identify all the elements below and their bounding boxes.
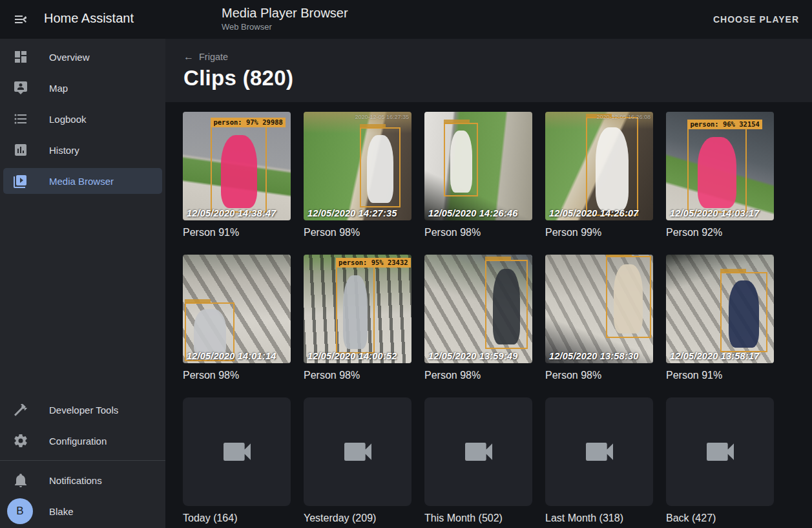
folder-label: This Month (502) <box>424 512 532 525</box>
clip-thumbnail[interactable]: 12/05/2020 13:58:30 <box>545 255 653 363</box>
person-figure <box>450 131 472 193</box>
clip-thumbnail[interactable]: person: 97% 29988 12/05/2020 14:38:47 <box>183 112 291 220</box>
clip-caption: Person 91% <box>183 226 291 239</box>
clip-card[interactable]: 2020-12-05 16:27:35 12/05/2020 14:27:35 … <box>304 112 411 248</box>
detection-label: person: 97% 29988 <box>211 118 285 127</box>
hammer-icon <box>13 402 28 417</box>
clip-caption: Person 98% <box>304 369 411 382</box>
clip-thumbnail[interactable]: 12/05/2020 13:59:49 <box>424 255 532 363</box>
clip-caption: Person 92% <box>666 226 774 239</box>
folder-thumbnail[interactable] <box>304 397 411 506</box>
detection-box <box>606 256 651 339</box>
folder-thumbnail[interactable] <box>545 397 653 506</box>
sidebar-item-map[interactable]: Map <box>0 72 165 103</box>
sidebar-item-label: Notifications <box>49 475 102 486</box>
clip-card[interactable]: 12/05/2020 13:58:17 Person 91% <box>666 255 774 391</box>
detection-label: person: 95% 23432 <box>336 258 410 268</box>
folder-label: Back (427) <box>666 512 774 525</box>
sidebar-item-notifications[interactable]: Notifications <box>0 465 165 496</box>
gear-icon <box>13 433 28 449</box>
clip-card[interactable]: person: 96% 32154 12/05/2020 14:03:17 Pe… <box>666 112 774 248</box>
timestamp-overlay: 12/05/2020 14:00:52 <box>307 351 397 361</box>
page-title: Clips (820) <box>183 66 812 90</box>
detection-box: person: 97% 29988 <box>211 126 267 213</box>
folder-label: Today (164) <box>183 512 291 525</box>
clip-thumbnail[interactable]: 12/05/2020 13:58:17 <box>666 255 774 363</box>
clip-caption: Person 98% <box>304 226 411 239</box>
sidebar-item-developer-tools[interactable]: Developer Tools <box>0 394 165 425</box>
video-camera-icon <box>461 434 497 470</box>
breadcrumb[interactable]: ← Frigate <box>183 52 228 62</box>
sidebar-item-label: Developer Tools <box>49 405 118 416</box>
detection-box <box>360 127 401 207</box>
clip-card[interactable]: 2020-12-05 16:26:08 12/05/2020 14:26:07 … <box>545 112 653 248</box>
sidebar-collapse-icon[interactable] <box>10 9 31 30</box>
clip-thumbnail[interactable]: 2020-12-05 16:27:35 12/05/2020 14:27:35 <box>304 112 411 220</box>
app-bar: Home Assistant Media Player Browser Web … <box>0 0 812 39</box>
sidebar-item-overview[interactable]: Overview <box>0 41 165 72</box>
map-person-icon <box>13 80 28 96</box>
folder-card-this-month[interactable]: This Month (502) <box>424 397 532 528</box>
clip-thumbnail[interactable]: 12/05/2020 14:01:14 <box>183 255 291 363</box>
bell-icon <box>13 472 28 488</box>
clip-thumbnail[interactable]: 2020-12-05 16:26:08 12/05/2020 14:26:07 <box>545 112 653 220</box>
clip-caption: Person 98% <box>545 369 653 382</box>
folder-thumbnail[interactable] <box>183 397 291 506</box>
clip-caption: Person 98% <box>424 226 532 239</box>
person-figure <box>367 135 393 203</box>
person-figure <box>729 280 759 348</box>
timestamp-overlay: 12/05/2020 14:26:07 <box>549 208 638 218</box>
sidebar-item-profile[interactable]: B Blake <box>0 496 165 527</box>
appbar-page-subtitle: Web Browser <box>222 21 348 32</box>
clip-card[interactable]: 12/05/2020 13:58:30 Person 98% <box>545 255 653 391</box>
folder-thumbnail[interactable] <box>666 397 774 506</box>
folder-card-last-month[interactable]: Last Month (318) <box>545 397 653 528</box>
person-figure <box>221 135 257 208</box>
choose-player-button[interactable]: CHOOSE PLAYER <box>707 9 806 30</box>
media-browser-icon <box>13 173 28 189</box>
clip-thumbnail[interactable]: person: 95% 23432 12/05/2020 14:00:52 <box>304 255 411 363</box>
clip-card[interactable]: person: 97% 29988 12/05/2020 14:38:47 Pe… <box>183 112 291 248</box>
video-camera-icon <box>702 434 738 470</box>
person-figure <box>698 137 736 209</box>
clip-caption: Person 98% <box>424 369 532 382</box>
clip-caption: Person 91% <box>666 369 774 382</box>
timestamp-overlay: 12/05/2020 13:58:17 <box>670 351 759 361</box>
person-figure <box>493 269 521 344</box>
folder-thumbnail[interactable] <box>424 397 532 506</box>
clip-card[interactable]: person: 95% 23432 12/05/2020 14:00:52 Pe… <box>304 255 411 391</box>
dashboard-icon <box>13 49 28 65</box>
detection-box <box>444 123 478 196</box>
sidebar-divider <box>0 460 165 461</box>
sidebar-item-history[interactable]: History <box>0 134 165 165</box>
detection-box: person: 95% 23432 <box>336 266 375 353</box>
folder-label: Last Month (318) <box>545 512 653 525</box>
folder-label: Yesterday (209) <box>304 512 411 525</box>
timestamp-overlay: 12/05/2020 13:58:30 <box>549 351 638 361</box>
folder-card-yesterday[interactable]: Yesterday (209) <box>304 397 411 528</box>
clip-card[interactable]: 12/05/2020 13:59:49 Person 98% <box>424 255 532 391</box>
detection-box: person: 96% 32154 <box>687 128 747 213</box>
sidebar-item-label: Overview <box>49 52 90 63</box>
person-figure <box>343 275 368 348</box>
timestamp-overlay: 12/05/2020 14:01:14 <box>187 351 276 361</box>
clips-grid: person: 97% 29988 12/05/2020 14:38:47 Pe… <box>183 112 812 528</box>
clip-thumbnail[interactable]: person: 96% 32154 12/05/2020 14:03:17 <box>666 112 774 220</box>
person-figure <box>614 264 643 334</box>
video-camera-icon <box>219 434 255 470</box>
sidebar: Overview Map Logbook History Media Brows… <box>0 39 165 528</box>
folder-card-today[interactable]: Today (164) <box>183 397 291 528</box>
clip-card[interactable]: 12/05/2020 14:01:14 Person 98% <box>183 255 291 391</box>
sidebar-item-configuration[interactable]: Configuration <box>0 425 165 456</box>
sidebar-item-label: Media Browser <box>49 176 114 187</box>
app-title: Home Assistant <box>44 11 134 26</box>
appbar-page-title: Media Player Browser <box>222 5 348 21</box>
clip-thumbnail[interactable]: 12/05/2020 14:26:46 <box>424 112 532 220</box>
video-camera-icon <box>581 434 618 470</box>
sidebar-item-media-browser[interactable]: Media Browser <box>0 165 165 196</box>
clip-caption: Person 98% <box>183 369 291 382</box>
folder-card-back[interactable]: Back (427) <box>666 397 774 528</box>
clip-card[interactable]: 12/05/2020 14:26:46 Person 98% <box>424 112 532 248</box>
sidebar-item-logbook[interactable]: Logbook <box>0 103 165 134</box>
person-figure <box>194 309 226 357</box>
